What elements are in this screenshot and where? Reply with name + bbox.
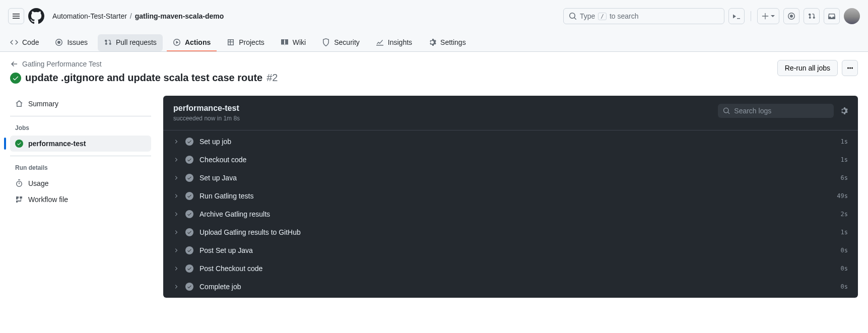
hamburger-menu[interactable] bbox=[8, 8, 24, 24]
notifications-button[interactable] bbox=[824, 8, 840, 24]
command-palette-button[interactable] bbox=[728, 8, 745, 24]
github-icon bbox=[28, 8, 44, 24]
log-settings-button[interactable] bbox=[840, 107, 848, 115]
home-icon bbox=[15, 100, 23, 108]
sidebar-job-item[interactable]: performance-test bbox=[10, 136, 151, 152]
tab-label: Settings bbox=[440, 38, 466, 46]
tab-actions[interactable]: Actions bbox=[167, 34, 217, 51]
table-icon bbox=[227, 38, 235, 46]
issue-icon bbox=[787, 12, 795, 20]
step-duration: 49s bbox=[837, 192, 848, 199]
step-status-success-icon bbox=[185, 192, 193, 200]
heading-left: Gatling Performance Test update .gitgnor… bbox=[10, 60, 278, 84]
step-row[interactable]: Complete job0s bbox=[163, 278, 858, 296]
step-name: Archive Gatling results bbox=[199, 210, 835, 218]
breadcrumb-repo[interactable]: gatling-maven-scala-demo bbox=[135, 12, 224, 20]
back-link[interactable]: Gatling Performance Test bbox=[10, 60, 278, 68]
header-top-row: Automation-Test-Starter / gatling-maven-… bbox=[0, 0, 868, 24]
step-name: Checkout code bbox=[199, 156, 835, 164]
create-new-button[interactable] bbox=[757, 8, 779, 24]
tab-security[interactable]: Security bbox=[316, 34, 366, 51]
kebab-icon bbox=[846, 64, 854, 72]
search-prefix: Type bbox=[580, 12, 595, 20]
tab-projects[interactable]: Projects bbox=[221, 34, 271, 51]
job-panel: performance-test succeeded now in 1m 8s … bbox=[163, 96, 858, 298]
sidebar-summary[interactable]: Summary bbox=[10, 96, 151, 112]
global-search[interactable]: Type / to search bbox=[563, 8, 724, 24]
stopwatch-icon bbox=[15, 179, 23, 187]
step-duration: 0s bbox=[841, 265, 848, 272]
tab-pull-requests[interactable]: Pull requests bbox=[98, 34, 163, 51]
breadcrumb: Automation-Test-Starter / gatling-maven-… bbox=[52, 12, 224, 20]
tab-label: Code bbox=[22, 38, 39, 46]
github-logo[interactable] bbox=[28, 8, 44, 24]
sidebar-label: Summary bbox=[28, 100, 58, 108]
tab-label: Pull requests bbox=[116, 38, 157, 46]
chevron-right-icon bbox=[173, 211, 179, 217]
breadcrumb-owner[interactable]: Automation-Test-Starter bbox=[52, 12, 127, 20]
sidebar-usage[interactable]: Usage bbox=[10, 175, 151, 191]
gear-icon bbox=[428, 38, 436, 46]
step-row[interactable]: Set up Java6s bbox=[163, 169, 858, 187]
step-status-success-icon bbox=[185, 138, 193, 146]
step-row[interactable]: Archive Gatling results2s bbox=[163, 205, 858, 223]
job-header: performance-test succeeded now in 1m 8s bbox=[163, 96, 858, 130]
step-duration: 1s bbox=[841, 138, 848, 145]
step-status-success-icon bbox=[185, 228, 193, 236]
chevron-right-icon bbox=[173, 175, 179, 181]
sidebar: Summary Jobs performance-test Run detail… bbox=[10, 96, 151, 298]
job-header-right bbox=[718, 104, 848, 118]
more-actions-button[interactable] bbox=[842, 60, 858, 76]
step-row[interactable]: Upload Gatling results to GitHub1s bbox=[163, 223, 858, 241]
header-right: Type / to search bbox=[563, 8, 860, 24]
step-name: Complete job bbox=[199, 283, 835, 291]
divider bbox=[751, 11, 751, 21]
run-title: update .gitgnore and update scala test c… bbox=[10, 72, 278, 84]
chevron-right-icon bbox=[173, 247, 179, 253]
step-row[interactable]: Post Set up Java0s bbox=[163, 241, 858, 259]
tab-insights[interactable]: Insights bbox=[370, 34, 418, 51]
tab-label: Security bbox=[334, 38, 360, 46]
step-name: Post Checkout code bbox=[199, 264, 835, 273]
tab-label: Insights bbox=[388, 38, 412, 46]
user-avatar[interactable] bbox=[844, 8, 860, 24]
step-name: Post Set up Java bbox=[199, 246, 835, 254]
step-row[interactable]: Post Checkout code0s bbox=[163, 259, 858, 278]
plus-icon bbox=[762, 13, 769, 20]
tab-wiki[interactable]: Wiki bbox=[275, 34, 312, 51]
step-row[interactable]: Run Gatling tests49s bbox=[163, 187, 858, 205]
tab-label: Projects bbox=[239, 38, 264, 46]
chevron-right-icon bbox=[173, 229, 179, 235]
workflow-icon bbox=[15, 195, 23, 204]
steps-list: Set up job1sCheckout code1sSet up Java6s… bbox=[163, 130, 858, 298]
issues-button[interactable] bbox=[783, 8, 799, 24]
log-search-input[interactable] bbox=[734, 107, 829, 115]
check-icon bbox=[12, 75, 19, 82]
sidebar-jobs-heading: Jobs bbox=[10, 120, 151, 136]
rerun-all-button[interactable]: Re-run all jobs bbox=[777, 60, 838, 76]
step-status-success-icon bbox=[185, 174, 193, 182]
breadcrumb-sep: / bbox=[130, 12, 132, 20]
chevron-right-icon bbox=[173, 265, 179, 272]
step-row[interactable]: Set up job1s bbox=[163, 132, 858, 151]
step-row[interactable]: Checkout code1s bbox=[163, 151, 858, 169]
tab-code[interactable]: Code bbox=[4, 34, 45, 51]
step-status-success-icon bbox=[185, 283, 193, 291]
book-icon bbox=[281, 38, 289, 46]
sidebar-divider bbox=[10, 116, 151, 116]
run-number: #2 bbox=[266, 72, 278, 84]
log-search[interactable] bbox=[718, 104, 834, 118]
step-duration: 6s bbox=[841, 174, 848, 181]
chevron-right-icon bbox=[173, 193, 179, 199]
sidebar-workflow-file[interactable]: Workflow file bbox=[10, 191, 151, 208]
step-name: Set up job bbox=[199, 138, 835, 146]
status-success-icon bbox=[15, 140, 23, 148]
pull-requests-button[interactable] bbox=[804, 8, 820, 24]
tab-label: Actions bbox=[185, 38, 211, 46]
tab-settings[interactable]: Settings bbox=[422, 34, 472, 51]
bars-icon bbox=[12, 12, 20, 20]
step-duration: 1s bbox=[841, 229, 848, 236]
tab-issues[interactable]: Issues bbox=[49, 34, 93, 51]
job-name: performance-test bbox=[173, 104, 240, 113]
search-icon bbox=[723, 107, 730, 115]
